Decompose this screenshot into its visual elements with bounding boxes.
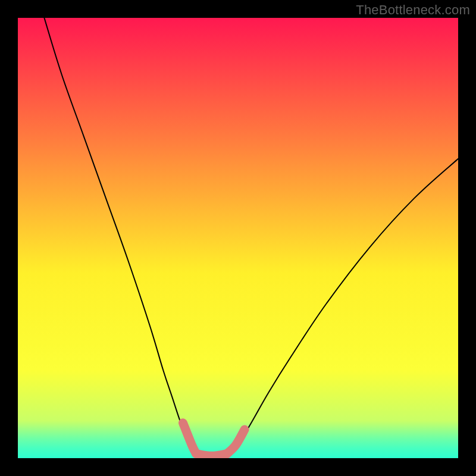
highlight-seg-1 — [196, 454, 227, 456]
watermark-text: TheBottleneck.com — [356, 2, 470, 18]
chart-frame: TheBottleneck.com — [0, 0, 476, 476]
plot-area — [18, 18, 458, 458]
gradient-background — [18, 18, 458, 458]
chart-svg — [18, 18, 458, 458]
